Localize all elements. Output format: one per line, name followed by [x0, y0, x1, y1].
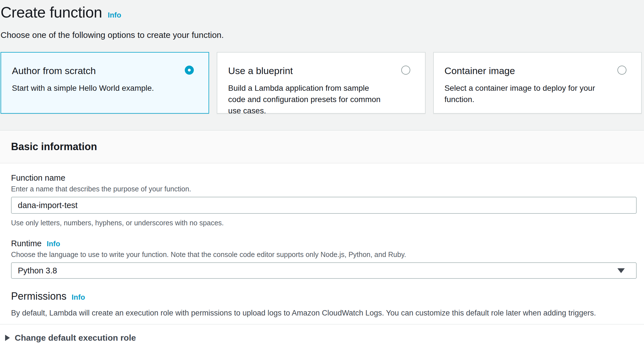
card-description: Start with a simple Hello World example. [12, 83, 197, 94]
function-name-label: Function name [11, 173, 65, 183]
page-subtitle: Choose one of the following options to c… [1, 29, 644, 41]
card-title: Container image [445, 65, 630, 76]
runtime-label: Runtime [11, 239, 42, 248]
card-container-image[interactable]: Container image Select a container image… [433, 52, 642, 114]
permissions-heading-row: Permissions Info [11, 290, 637, 303]
expand-right-caret-icon [5, 335, 10, 341]
basic-information-header: Basic information [0, 130, 644, 163]
function-name-constraint: Use only letters, numbers, hyphens, or u… [11, 218, 637, 227]
permissions-description: By default, Lambda will create an execut… [11, 308, 637, 318]
function-name-field: Function name Enter a name that describe… [11, 173, 637, 227]
expander-label: Change default execution role [15, 333, 136, 343]
card-title: Author from scratch [12, 65, 197, 76]
runtime-description: Choose the language to use to write your… [11, 250, 637, 259]
function-name-input[interactable] [11, 197, 637, 214]
radio-button-container-image[interactable] [617, 66, 626, 75]
card-author-from-scratch[interactable]: Author from scratch Start with a simple … [1, 52, 209, 114]
permissions-info-link[interactable]: Info [72, 293, 85, 302]
card-description: Build a Lambda application from sample c… [228, 83, 413, 116]
change-default-execution-role-expander[interactable]: Change default execution role [0, 325, 644, 350]
radio-button-use-a-blueprint[interactable] [401, 66, 410, 75]
runtime-select[interactable]: Python 3.8 [11, 262, 637, 279]
runtime-info-link[interactable]: Info [47, 239, 60, 248]
card-description: Select a container image to deploy for y… [445, 83, 630, 105]
create-function-info-link[interactable]: Info [108, 11, 121, 20]
caret-down-icon [617, 268, 625, 273]
runtime-selected-value: Python 3.8 [18, 266, 57, 275]
creation-option-cards: Author from scratch Start with a simple … [1, 52, 642, 114]
card-use-a-blueprint[interactable]: Use a blueprint Build a Lambda applicati… [217, 52, 425, 114]
runtime-field: Runtime Info Choose the language to use … [11, 239, 637, 279]
permissions-heading: Permissions [11, 290, 66, 303]
page-title: Create function [1, 3, 102, 21]
page-header: Create function Info Choose one of the f… [0, 0, 644, 41]
basic-information-body: Function name Enter a name that describe… [0, 163, 644, 324]
title-row: Create function Info [1, 3, 644, 21]
card-title: Use a blueprint [228, 65, 413, 76]
function-name-description: Enter a name that describes the purpose … [11, 184, 637, 193]
basic-information-heading: Basic information [11, 141, 97, 153]
